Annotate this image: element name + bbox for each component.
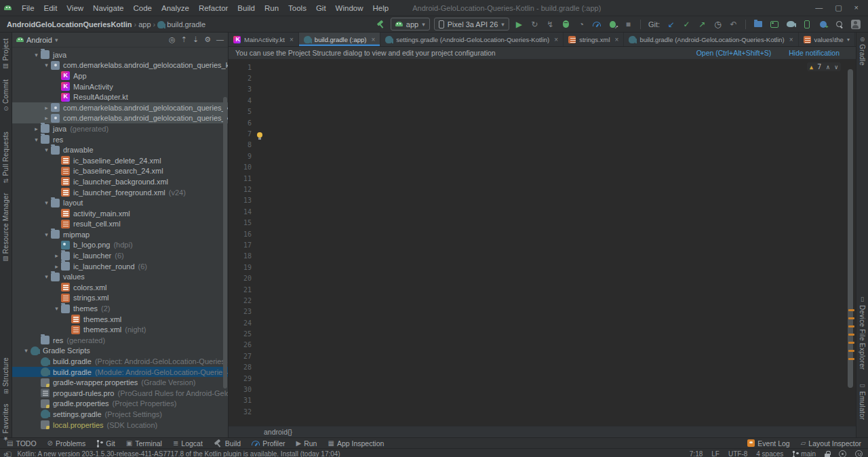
tree-item[interactable]: settings.gradle(Project Settings)	[12, 409, 228, 420]
logcat-button[interactable]	[768, 18, 780, 30]
menu-build[interactable]: Build	[233, 3, 260, 14]
tab-mainactivity-kt[interactable]: MainActivity.kt×	[229, 33, 299, 46]
tree-collapse-icon[interactable]: ▾	[22, 347, 31, 354]
tool-strip-item-structure[interactable]: ⊞Structure	[2, 357, 9, 394]
tree-item[interactable]: ic_baseline_delete_24.xml	[12, 155, 228, 166]
tool-window-button-build[interactable]: Build	[214, 439, 241, 448]
tree-collapse-icon[interactable]: ▾	[42, 199, 51, 206]
rollback-button[interactable]: ↶	[728, 18, 739, 30]
tree-expand-icon[interactable]: ▸	[52, 252, 61, 259]
tool-strip-item-gradle[interactable]: ⊚Gradle	[859, 37, 866, 66]
tree-item[interactable]: ▾java	[12, 49, 228, 60]
device-select[interactable]: Pixel 3a API 26 ▾	[434, 18, 509, 31]
close-icon[interactable]: ×	[290, 36, 294, 43]
apply-code-changes-button[interactable]: ↯	[545, 18, 556, 30]
tree-item[interactable]: ResultAdapter.kt	[12, 92, 228, 102]
menu-edit[interactable]: Edit	[39, 3, 62, 14]
status-4-spaces[interactable]: 4 spaces	[756, 450, 783, 457]
tree-item[interactable]: strings.xml	[12, 293, 228, 304]
tree-collapse-icon[interactable]: ▾	[42, 146, 51, 153]
run-button[interactable]: ▶	[513, 18, 525, 30]
push-button[interactable]: ↗	[696, 18, 708, 30]
locate-file-icon[interactable]: ◎	[169, 35, 176, 44]
reader-mode-icon[interactable]	[855, 450, 863, 457]
tool-strip-item-pull-requests[interactable]: ⇅Pull Requests	[2, 132, 9, 183]
status-utf-8[interactable]: UTF-8	[728, 450, 747, 457]
tree-item[interactable]: themes.xml(night)	[12, 324, 228, 335]
tool-window-button-event-log[interactable]: Event Log	[747, 439, 789, 448]
tree-item[interactable]: App	[12, 71, 228, 81]
hide-notification-link[interactable]: Hide notification	[789, 49, 840, 57]
profile-avatar[interactable]	[850, 18, 861, 30]
tool-strip-item-resource-manager[interactable]: ▨Resource Manager	[2, 193, 9, 262]
tool-strip-item-favorites[interactable]: ★Favorites	[2, 403, 9, 442]
tool-window-button-app-inspection[interactable]: ▦App Inspection	[328, 439, 384, 448]
tool-strip-item-device-file-explorer[interactable]: ▯Device File Explorer	[859, 296, 866, 370]
maximize-button[interactable]: ▢	[835, 3, 842, 12]
open-project-structure-link[interactable]: Open (Ctrl+Alt+Shift+S)	[696, 49, 772, 57]
menu-tools[interactable]: Tools	[283, 3, 311, 14]
warning-mark[interactable]	[848, 358, 854, 360]
intention-bulb-icon[interactable]	[254, 131, 265, 138]
tool-window-button-profiler[interactable]: Profiler	[252, 439, 285, 448]
tool-window-button-terminal[interactable]: ▣Terminal	[126, 439, 162, 448]
tree-item[interactable]: ▸ic_launcher(6)	[12, 250, 228, 261]
run-configuration-select[interactable]: app ▾	[391, 18, 430, 31]
tree-item[interactable]: ic_baseline_search_24.xml	[12, 166, 228, 177]
warning-mark[interactable]	[848, 309, 854, 311]
warning-mark[interactable]	[848, 317, 854, 319]
tool-strip-item-emulator[interactable]: ▭Emulator	[859, 382, 866, 420]
running-devices-button[interactable]	[801, 18, 812, 30]
tree-item[interactable]: ▾drawable	[12, 144, 228, 155]
collapse-all-icon[interactable]: ⇡	[181, 35, 187, 44]
tree-item[interactable]: ▸com.demarkelabs.android_gelolocation_qu…	[12, 113, 228, 124]
tree-item[interactable]: ▾com.demarkelabs.android_gelolocation_qu…	[12, 60, 228, 71]
tab-settings-gradle-android-gelolocation-queries-kotlin-[interactable]: settings.gradle (Android-GeloLocation-Qu…	[380, 33, 564, 46]
project-scrollbar[interactable]	[223, 97, 227, 389]
profile-app-button[interactable]	[607, 18, 618, 30]
tree-item[interactable]: build.gradle(Project: Android-GeloLocati…	[12, 356, 228, 367]
warning-mark[interactable]	[848, 350, 854, 352]
breadcrumb-item[interactable]: build.gradle	[167, 20, 205, 28]
menu-navigate[interactable]: Navigate	[88, 3, 128, 14]
menu-file[interactable]: File	[17, 3, 39, 14]
hide-panel-icon[interactable]: —	[216, 35, 224, 44]
tree-item[interactable]: colors.xml	[12, 282, 228, 293]
tree-item[interactable]: ic_launcher_foreground.xml(v24)	[12, 187, 228, 198]
debug-button[interactable]	[560, 18, 572, 30]
menu-run[interactable]: Run	[260, 3, 283, 14]
prev-issue-icon[interactable]: ∧	[826, 64, 829, 71]
inspection-widget[interactable]: ▲ 7 ∧ ∨	[807, 62, 841, 71]
tab-build-gradle-android-gelolocation-queries-kotlin-[interactable]: build.gradle (Android-GeloLocation-Queri…	[624, 33, 798, 46]
status-message[interactable]: Kotlin: A new version 203-1.5.30-release…	[17, 450, 340, 457]
tree-item[interactable]: themes.xml	[12, 314, 228, 325]
profile-button[interactable]	[591, 18, 603, 30]
tree-item[interactable]: ▸java(generated)	[12, 123, 228, 134]
build-hammer-icon[interactable]	[375, 18, 387, 30]
tree-item[interactable]: ▸com.demarkelabs.android_gelolocation_qu…	[12, 102, 228, 113]
expand-all-icon[interactable]: ⇣	[193, 35, 199, 44]
update-project-button[interactable]: ↙	[665, 18, 677, 30]
device-pairing-button[interactable]	[817, 18, 829, 30]
next-issue-icon[interactable]: ∨	[835, 64, 838, 71]
tool-strip-item-commit[interactable]: ⊙Commit	[2, 79, 9, 111]
menu-analyze[interactable]: Analyze	[157, 3, 194, 14]
tree-item[interactable]: res(generated)	[12, 335, 228, 346]
status-7:18[interactable]: 7:18	[690, 450, 703, 457]
tree-item[interactable]: build.gradle(Module: Android-GeloLocatio…	[12, 367, 228, 378]
tool-window-button-problems[interactable]: ⊘Problems	[47, 439, 86, 448]
tree-collapse-icon[interactable]: ▾	[32, 136, 41, 143]
tree-item[interactable]: ▸ic_launcher_round(6)	[12, 261, 228, 272]
tree-expand-icon[interactable]: ▸	[42, 104, 51, 111]
tool-window-button-todo[interactable]: ▤TODO	[7, 439, 37, 448]
highlight-level-icon[interactable]	[839, 450, 846, 457]
tree-item[interactable]: ic_launcher_background.xml	[12, 176, 228, 187]
menu-help[interactable]: Help	[368, 3, 394, 14]
tree-item[interactable]: activity_main.xml	[12, 208, 228, 219]
menu-view[interactable]: View	[62, 3, 88, 14]
sync-gradle-button[interactable]	[785, 18, 796, 30]
tree-item[interactable]: result_cell.xml	[12, 219, 228, 230]
close-button[interactable]: ×	[854, 3, 859, 12]
tree-collapse-icon[interactable]: ▾	[52, 305, 61, 312]
tool-window-button-run[interactable]: ▶Run	[296, 439, 317, 448]
